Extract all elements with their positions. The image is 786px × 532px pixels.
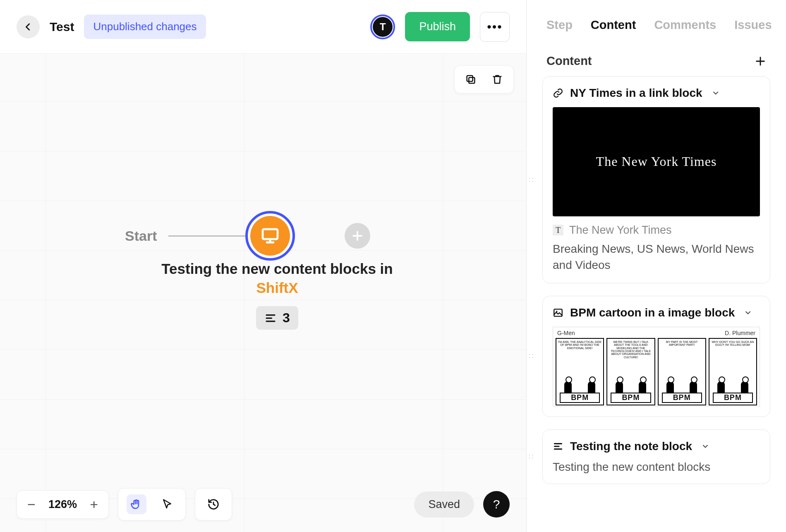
link-preview-image: The New York Times xyxy=(553,107,760,216)
page-title: Test xyxy=(50,20,74,34)
plus-icon xyxy=(351,230,364,242)
node-caption: Testing the new content blocks in ShiftX… xyxy=(83,261,472,330)
select-tool-button[interactable] xyxy=(157,494,177,514)
note-body: Testing the new content blocks xyxy=(553,460,760,474)
chevron-left-icon xyxy=(24,22,33,31)
cursor-icon xyxy=(161,498,173,510)
history-icon xyxy=(207,498,220,510)
history-button[interactable] xyxy=(204,494,223,514)
zoom-out-button[interactable]: − xyxy=(25,496,38,513)
help-button[interactable]: ? xyxy=(483,491,510,518)
zoom-percent: 126% xyxy=(48,498,77,511)
canvas[interactable]: Start Testing the new content blocks in … xyxy=(0,54,526,532)
delete-button[interactable] xyxy=(490,72,504,86)
comic-label-right: D. Plummer xyxy=(725,330,755,336)
publish-button[interactable]: Publish xyxy=(405,12,470,41)
link-site-name: The New York Times xyxy=(569,224,672,237)
tab-comments[interactable]: Comments xyxy=(654,18,716,32)
trash-icon xyxy=(491,74,503,85)
card-title: Testing the note block xyxy=(570,440,692,453)
hand-icon xyxy=(130,498,143,510)
link-description: Breaking News, US News, World News and V… xyxy=(553,241,760,273)
more-menu-button[interactable]: ••• xyxy=(480,12,510,42)
content-card-note[interactable]: ∷ Testing the note block Testing the new… xyxy=(542,429,770,484)
comic-panel: Why don't you go suck an egg?! I'm telli… xyxy=(709,338,757,405)
content-count-value: 3 xyxy=(283,310,290,326)
node-caption-line1: Testing the new content blocks in xyxy=(83,261,472,277)
pan-tool-button[interactable] xyxy=(127,494,146,514)
comic-panel: My part is the most important part! BPM xyxy=(658,338,706,405)
comic-panel: I'm Ann, the analytical side of BPM! And… xyxy=(556,338,604,405)
saved-status: Saved xyxy=(414,491,474,518)
image-icon xyxy=(553,307,563,318)
back-button[interactable] xyxy=(17,15,40,38)
note-icon xyxy=(553,441,563,452)
flow-node[interactable] xyxy=(245,211,295,261)
card-title: NY Times in a link block xyxy=(570,86,702,100)
canvas-tools xyxy=(118,488,186,520)
content-count-badge[interactable]: 3 xyxy=(256,306,298,330)
avatar[interactable]: T xyxy=(370,14,395,39)
favicon-icon: T xyxy=(553,225,563,235)
add-content-button[interactable] xyxy=(755,55,766,67)
svg-rect-0 xyxy=(469,77,474,83)
canvas-toolbar xyxy=(454,65,514,93)
comic-panel: We're twins but I talk about the tools a… xyxy=(606,338,655,405)
content-card-link[interactable]: ∷ NY Times in a link block The New York … xyxy=(542,76,770,283)
link-meta: T The New York Times xyxy=(553,224,760,237)
zoom-control: − 126% + xyxy=(17,490,109,519)
sidebar: Step Content Comments Issues Content ∷ N… xyxy=(527,0,786,532)
start-label: Start xyxy=(125,228,157,244)
tab-step[interactable]: Step xyxy=(546,18,573,32)
chevron-down-icon[interactable] xyxy=(712,89,720,97)
copy-icon xyxy=(465,74,477,85)
content-cards: ∷ NY Times in a link block The New York … xyxy=(527,76,786,484)
node-caption-line2: ShiftX xyxy=(83,280,472,296)
tab-issues[interactable]: Issues xyxy=(734,18,772,32)
link-icon xyxy=(553,88,563,98)
zoom-in-button[interactable]: + xyxy=(88,496,100,513)
content-card-image[interactable]: ∷ BPM cartoon in a image block G-Men D. … xyxy=(542,296,770,417)
flow-edge xyxy=(168,235,245,237)
comic-label-left: G-Men xyxy=(557,330,575,336)
svg-rect-2 xyxy=(263,229,278,239)
image-preview: G-Men D. Plummer I'm Ann, the analytical… xyxy=(553,327,760,407)
sidebar-tabs: Step Content Comments Issues xyxy=(527,0,786,47)
drag-handle-icon[interactable]: ∷ xyxy=(529,175,534,185)
sidebar-section-title: Content xyxy=(546,54,592,68)
chevron-down-icon[interactable] xyxy=(701,442,709,451)
svg-point-4 xyxy=(556,311,557,312)
monitor-icon xyxy=(260,226,280,246)
flow: Start xyxy=(125,211,370,261)
plus-icon xyxy=(755,55,766,67)
drag-handle-icon[interactable]: ∷ xyxy=(529,452,534,461)
drag-handle-icon[interactable]: ∷ xyxy=(529,352,534,361)
chevron-down-icon[interactable] xyxy=(744,309,752,317)
bottombar: − 126% + Save xyxy=(17,488,510,520)
unpublished-badge[interactable]: Unpublished changes xyxy=(84,14,206,39)
tab-content[interactable]: Content xyxy=(591,18,636,32)
topbar: Test Unpublished changes T Publish ••• xyxy=(0,0,526,54)
duplicate-button[interactable] xyxy=(464,72,478,86)
text-lines-icon xyxy=(264,312,277,324)
history-box xyxy=(195,488,232,520)
add-node-button[interactable] xyxy=(345,223,370,249)
dots-icon: ••• xyxy=(487,20,503,34)
avatar-initial: T xyxy=(373,17,393,37)
card-title: BPM cartoon in a image block xyxy=(570,306,735,319)
svg-rect-1 xyxy=(467,76,473,81)
sidebar-section-header: Content xyxy=(527,47,786,76)
